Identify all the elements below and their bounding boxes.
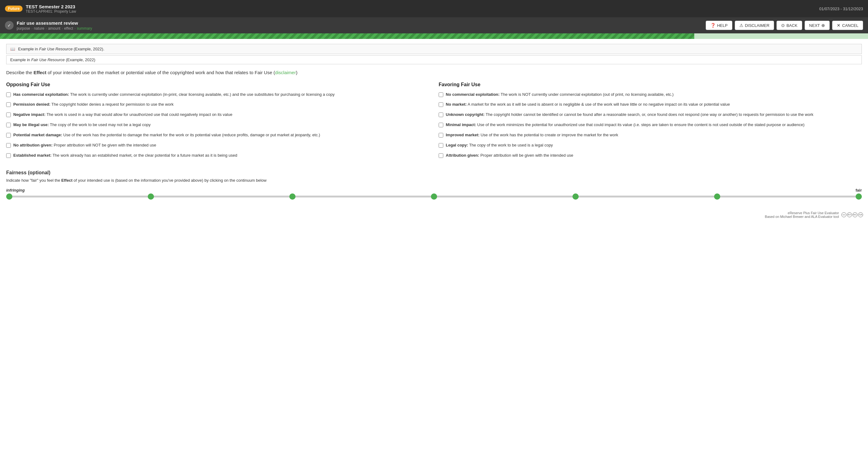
back-icon: ⊙ [781, 23, 785, 28]
opposing-label-5: Potential market damage: Use of the work… [13, 132, 320, 138]
top-bar-subtitle: TEST-LAPR401: Property Law [26, 9, 76, 13]
footer-line2: Based on Michael Brewer and ALA Evaluato… [765, 215, 839, 218]
sep2: › [45, 26, 47, 31]
footer-text: eReserve Plus Fair Use Evaluator Based o… [765, 211, 839, 218]
main-content: 📖 Example in Fair Use Resource (Example,… [0, 39, 868, 209]
opposing-checkbox-5[interactable] [6, 133, 11, 137]
opposing-label-6: No attribution given: Proper attribution… [13, 143, 156, 148]
nav-icon: ✓ [5, 21, 13, 30]
nav-info: Fair use assessment review purpose › nat… [17, 21, 92, 31]
list-item: May be illegal use: The copy of the work… [6, 122, 429, 128]
slider-left-label: infringing [6, 188, 25, 192]
slider-dot-7[interactable] [856, 193, 862, 199]
favoring-checkbox-6[interactable] [439, 143, 443, 148]
cancel-icon: ✕ [837, 23, 840, 28]
opposing-title: Opposing Fair Use [6, 82, 429, 88]
opposing-label-4: May be illegal use: The copy of the work… [13, 122, 151, 128]
help-button[interactable]: ❓ HELP [706, 21, 732, 30]
top-bar-title: TEST Semester 2 2023 [26, 4, 76, 9]
breadcrumb-amount[interactable]: amount [48, 26, 60, 31]
slider-container[interactable] [6, 195, 862, 197]
opposing-column: Opposing Fair Use Has commercial exploit… [6, 82, 429, 163]
progress-remaining [694, 33, 868, 39]
slider-dot-1[interactable] [6, 193, 12, 199]
favoring-checkbox-5[interactable] [439, 133, 443, 137]
favoring-checkbox-3[interactable] [439, 113, 443, 117]
opposing-label-3: Negative impact: The work is used in a w… [13, 112, 232, 118]
top-bar-dates: 01/07/2023 - 31/12/2023 [819, 6, 863, 11]
slider-right-label: fair [856, 188, 862, 192]
breadcrumb-summary[interactable]: summary [77, 26, 92, 31]
slider-track [6, 195, 862, 197]
opposing-checkbox-7[interactable] [6, 153, 11, 158]
opposing-checkbox-1[interactable] [6, 92, 11, 97]
favoring-label-4: Minimal impact: Use of the work minimize… [446, 122, 805, 128]
disclaimer-button[interactable]: ⚠ DISCLAIMER [735, 21, 774, 30]
sep1: › [31, 26, 32, 31]
by-badge: BY [847, 212, 852, 217]
list-item: Permission denied: The copyright holder … [6, 102, 429, 107]
slider-dot-4[interactable] [431, 193, 437, 199]
fairness-section: Fairness (optional) Indicate how "fair" … [6, 170, 862, 197]
list-item: Minimal impact: Use of the work minimize… [439, 122, 862, 128]
back-button[interactable]: ⊙ BACK [776, 21, 802, 30]
footer-line1: eReserve Plus Fair Use Evaluator [765, 211, 839, 215]
slider-dot-2[interactable] [148, 193, 154, 199]
favoring-column: Favoring Fair Use No commercial exploita… [439, 82, 862, 163]
opposing-checkbox-3[interactable] [6, 113, 11, 117]
example-box-1: 📖 Example in Fair Use Resource (Example,… [6, 44, 862, 54]
slider-dot-6[interactable] [714, 193, 720, 199]
top-bar-info: TEST Semester 2 2023 TEST-LAPR401: Prope… [26, 4, 76, 13]
list-item: Unknown copyright: The copyright holder … [439, 112, 862, 118]
next-button[interactable]: NEXT ⊕ [805, 21, 830, 30]
favoring-title: Favoring Fair Use [439, 82, 862, 88]
nav-buttons: ❓ HELP ⚠ DISCLAIMER ⊙ BACK NEXT ⊕ ✕ CANC… [706, 21, 863, 30]
list-item: Established market: The work already has… [6, 153, 429, 158]
slider-dot-5[interactable] [572, 193, 579, 199]
favoring-label-2: No market: A market for the work as it w… [446, 102, 730, 107]
example-box-2: Example in Fair Use Resource (Example, 2… [6, 55, 862, 64]
favoring-checkbox-4[interactable] [439, 123, 443, 127]
sep4: › [74, 26, 76, 31]
cancel-label: CANCEL [842, 23, 859, 28]
help-label: HELP [717, 23, 728, 28]
opposing-checkbox-2[interactable] [6, 102, 11, 107]
favoring-label-5: Improved market: Use of the work has the… [446, 132, 618, 138]
progress-bar [0, 33, 694, 39]
opposing-label-1: Has commercial exploitation: The work is… [13, 92, 335, 98]
breadcrumb-effect[interactable]: effect [64, 26, 73, 31]
slider-dot-3[interactable] [289, 193, 296, 199]
breadcrumb-nature[interactable]: nature [34, 26, 44, 31]
breadcrumb: purpose › nature › amount › effect › sum… [17, 26, 92, 31]
breadcrumb-purpose[interactable]: purpose [17, 26, 30, 31]
next-label: NEXT [809, 23, 820, 28]
disclaimer-label: DISCLAIMER [745, 23, 769, 28]
fairness-description: Indicate how "fair" you feel the Effect … [6, 177, 862, 184]
list-item: Has commercial exploitation: The work is… [6, 92, 429, 98]
cc-badge: cc [841, 212, 846, 217]
cancel-button[interactable]: ✕ CANCEL [832, 21, 863, 30]
favoring-checkbox-7[interactable] [439, 153, 443, 158]
list-item: Improved market: Use of the work has the… [439, 132, 862, 138]
back-label: BACK [786, 23, 797, 28]
favoring-checkbox-2[interactable] [439, 102, 443, 107]
favoring-label-6: Legal copy: The copy of the work to be u… [446, 143, 553, 148]
help-icon: ❓ [710, 23, 716, 28]
disclaimer-icon: ⚠ [739, 23, 743, 28]
nav-bar: ✓ Fair use assessment review purpose › n… [0, 17, 868, 33]
nav-title: Fair use assessment review [17, 21, 92, 26]
list-item: No market: A market for the work as it w… [439, 102, 862, 107]
disclaimer-link[interactable]: disclaimer [275, 70, 296, 75]
favoring-checkbox-1[interactable] [439, 92, 443, 97]
description: Describe the Effect of your intended use… [6, 69, 862, 76]
opposing-checkbox-6[interactable] [6, 143, 11, 148]
fairness-title: Fairness (optional) [6, 170, 862, 176]
top-bar: Future TEST Semester 2 2023 TEST-LAPR401… [0, 0, 868, 17]
footer: eReserve Plus Fair Use Evaluator Based o… [0, 209, 868, 221]
opposing-checkbox-4[interactable] [6, 123, 11, 127]
sep3: › [62, 26, 63, 31]
nc-badge: NC [852, 212, 858, 217]
list-item: No commercial exploitation: The work is … [439, 92, 862, 98]
columns: Opposing Fair Use Has commercial exploit… [6, 82, 862, 163]
cc-license-icon: cc BY NC SA [841, 212, 863, 217]
